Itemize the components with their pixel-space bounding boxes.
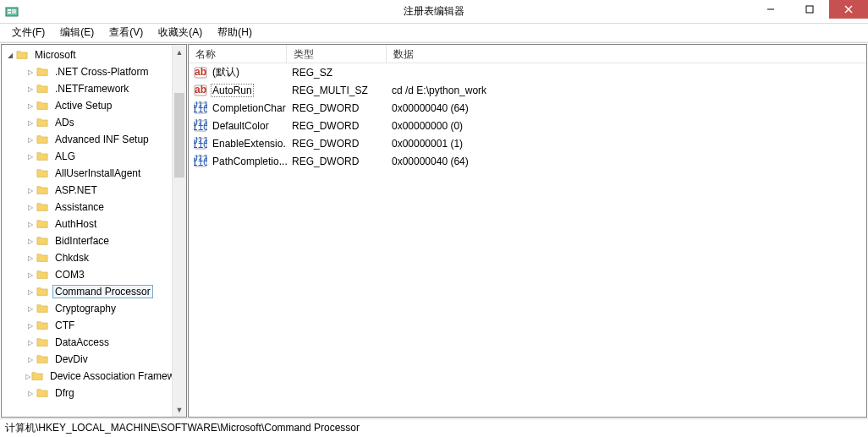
tree-node-label: Chkdsk bbox=[52, 251, 91, 265]
tree-node[interactable]: .NETFramework bbox=[2, 80, 172, 97]
expander-icon[interactable] bbox=[25, 134, 36, 145]
scroll-track[interactable] bbox=[173, 59, 186, 402]
expander-icon[interactable] bbox=[25, 168, 36, 178]
folder-icon bbox=[15, 49, 29, 61]
expander-icon[interactable] bbox=[25, 202, 36, 212]
value-name: PathCompletio... bbox=[211, 155, 287, 168]
value-data: 0x00000001 (1) bbox=[387, 138, 866, 150]
tree-node[interactable]: Cryptography bbox=[2, 300, 172, 317]
expander-icon[interactable] bbox=[25, 303, 36, 314]
tree-node-label: ASP.NET bbox=[52, 183, 100, 197]
expander-icon[interactable] bbox=[25, 117, 36, 128]
scroll-up-arrow[interactable]: ▲ bbox=[173, 45, 186, 59]
tree-node-label: DevDiv bbox=[52, 352, 91, 366]
list-row[interactable]: PathCompletio...REG_DWORD0x00000040 (64) bbox=[189, 152, 866, 170]
tree-node-label: COM3 bbox=[52, 268, 87, 281]
folder-icon bbox=[36, 201, 49, 213]
tree-node[interactable]: DevDiv bbox=[2, 351, 172, 368]
tree-node[interactable]: .NET Cross-Platform bbox=[2, 63, 172, 80]
tree-node[interactable]: Active Setup bbox=[2, 97, 172, 114]
tree-node[interactable]: ALG bbox=[2, 148, 172, 165]
list-row[interactable]: AutoRunREG_MULTI_SZcd /d E:\python_work bbox=[189, 81, 866, 99]
folder-icon bbox=[36, 184, 49, 196]
menu-view[interactable]: 查看(V) bbox=[102, 24, 150, 41]
column-header-type[interactable]: 类型 bbox=[287, 45, 387, 63]
tree-node-label: AuthHost bbox=[52, 217, 99, 231]
tree-node-label: BidInterface bbox=[52, 234, 112, 248]
expander-icon[interactable] bbox=[25, 67, 36, 77]
expander-icon[interactable] bbox=[25, 388, 36, 398]
list-pane: 名称 类型 数据 (默认)REG_SZAutoRunREG_MULTI_SZcd… bbox=[188, 44, 867, 418]
expander-icon[interactable] bbox=[25, 253, 36, 263]
tree-node[interactable]: ADs bbox=[2, 114, 172, 131]
folder-icon bbox=[30, 370, 44, 382]
tree-root[interactable]: Microsoft bbox=[2, 46, 172, 63]
expander-icon[interactable] bbox=[5, 50, 15, 60]
tree-node[interactable]: AuthHost bbox=[2, 216, 172, 232]
tree-node[interactable]: Advanced INF Setup bbox=[2, 131, 172, 148]
tree-node-label: Advanced INF Setup bbox=[52, 133, 151, 146]
menu-help[interactable]: 帮助(H) bbox=[211, 24, 259, 41]
value-data: 0x00000000 (0) bbox=[387, 120, 866, 132]
expander-icon[interactable] bbox=[25, 270, 36, 280]
tree-node[interactable]: Device Association Framework bbox=[2, 368, 172, 385]
value-type: REG_DWORD bbox=[287, 138, 387, 150]
tree-node[interactable]: AllUserInstallAgent bbox=[2, 165, 172, 182]
scroll-down-arrow[interactable]: ▼ bbox=[173, 402, 186, 417]
value-name: AutoRun bbox=[211, 84, 254, 97]
column-header-name[interactable]: 名称 bbox=[189, 45, 287, 63]
value-name: EnableExtensio... bbox=[211, 137, 287, 150]
svg-rect-3 bbox=[12, 9, 16, 14]
close-button[interactable] bbox=[829, 0, 868, 19]
list-header: 名称 类型 数据 bbox=[189, 45, 866, 63]
tree-node[interactable]: Assistance bbox=[2, 199, 172, 216]
expander-icon[interactable] bbox=[25, 219, 36, 229]
tree-node[interactable]: DataAccess bbox=[2, 334, 172, 351]
minimize-button[interactable] bbox=[751, 0, 790, 19]
expander-icon[interactable] bbox=[25, 151, 36, 161]
list-row[interactable]: CompletionCharREG_DWORD0x00000040 (64) bbox=[189, 99, 866, 117]
expander-icon[interactable] bbox=[25, 287, 36, 297]
column-header-data[interactable]: 数据 bbox=[387, 45, 866, 63]
tree-scrollbar[interactable]: ▲ ▼ bbox=[172, 45, 186, 417]
tree-pane: Microsoft.NET Cross-Platform.NETFramewor… bbox=[1, 44, 187, 418]
tree-node[interactable]: Chkdsk bbox=[2, 249, 172, 266]
folder-icon bbox=[36, 117, 49, 128]
binary-value-icon bbox=[194, 101, 207, 115]
expander-icon[interactable] bbox=[25, 101, 36, 111]
folder-icon bbox=[36, 83, 49, 95]
tree-node[interactable]: BidInterface bbox=[2, 232, 172, 249]
tree: Microsoft.NET Cross-Platform.NETFramewor… bbox=[2, 45, 172, 403]
svg-rect-5 bbox=[806, 6, 813, 13]
expander-icon[interactable] bbox=[25, 354, 36, 364]
menu-edit[interactable]: 编辑(E) bbox=[53, 24, 101, 41]
expander-icon[interactable] bbox=[25, 337, 36, 347]
list-row[interactable]: DefaultColorREG_DWORD0x00000000 (0) bbox=[189, 117, 866, 134]
tree-node-label: DataAccess bbox=[52, 336, 112, 349]
folder-icon bbox=[36, 252, 49, 264]
list-row[interactable]: (默认)REG_SZ bbox=[189, 63, 866, 81]
tree-node-label: Device Association Framework bbox=[47, 369, 172, 383]
list-row[interactable]: EnableExtensio...REG_DWORD0x00000001 (1) bbox=[189, 134, 866, 152]
list-body: (默认)REG_SZAutoRunREG_MULTI_SZcd /d E:\py… bbox=[189, 63, 866, 170]
tree-scroll[interactable]: Microsoft.NET Cross-Platform.NETFramewor… bbox=[2, 45, 172, 417]
expander-icon[interactable] bbox=[25, 84, 36, 94]
expander-icon[interactable] bbox=[25, 320, 36, 330]
scroll-thumb[interactable] bbox=[174, 93, 184, 178]
tree-node[interactable]: ASP.NET bbox=[2, 182, 172, 199]
tree-node[interactable]: CTF bbox=[2, 317, 172, 334]
maximize-button[interactable] bbox=[790, 0, 829, 19]
tree-node-label: AllUserInstallAgent bbox=[52, 167, 143, 180]
value-type: REG_DWORD bbox=[287, 102, 387, 114]
folder-icon bbox=[36, 286, 49, 298]
expander-icon[interactable] bbox=[25, 236, 36, 246]
tree-node[interactable]: COM3 bbox=[2, 266, 172, 283]
tree-node[interactable]: Command Processor bbox=[2, 283, 172, 300]
expander-icon[interactable] bbox=[25, 185, 36, 195]
window-buttons bbox=[751, 0, 868, 19]
tree-node[interactable]: Dfrg bbox=[2, 385, 172, 401]
menu-file[interactable]: 文件(F) bbox=[5, 24, 52, 41]
menu-favorites[interactable]: 收藏夹(A) bbox=[151, 24, 209, 41]
folder-icon bbox=[36, 387, 49, 399]
svg-rect-2 bbox=[8, 12, 11, 14]
